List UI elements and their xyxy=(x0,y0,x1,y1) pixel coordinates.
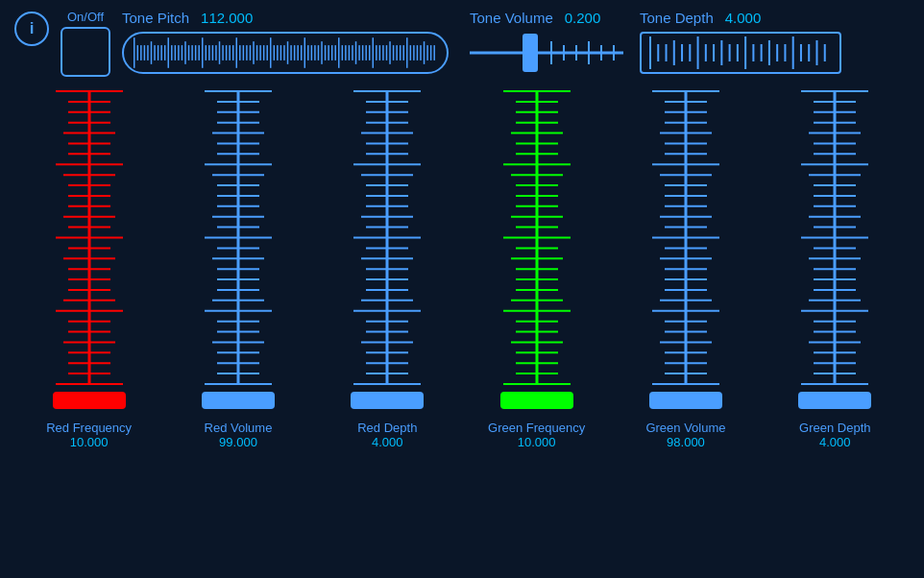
svg-rect-15 xyxy=(184,41,185,64)
green-frequency-svg xyxy=(494,86,580,413)
red-depth-slider[interactable] xyxy=(344,86,430,417)
svg-rect-104 xyxy=(689,44,691,61)
svg-rect-35 xyxy=(253,41,254,64)
svg-rect-44 xyxy=(283,45,284,60)
green-frequency-slider[interactable] xyxy=(494,86,580,417)
svg-rect-113 xyxy=(761,44,763,61)
svg-rect-8 xyxy=(160,45,161,60)
svg-rect-65 xyxy=(355,41,356,64)
svg-rect-111 xyxy=(744,36,746,69)
svg-rect-118 xyxy=(800,44,802,61)
red-frequency-svg xyxy=(46,86,133,413)
svg-rect-64 xyxy=(352,45,353,60)
svg-rect-102 xyxy=(673,40,675,65)
svg-rect-79 xyxy=(402,45,403,60)
green-depth-label: Green Depth xyxy=(799,421,870,435)
red-frequency-label: Red Frequency xyxy=(46,421,132,435)
svg-rect-32 xyxy=(243,45,244,60)
svg-rect-4 xyxy=(147,45,148,60)
red-volume-label: Red Volume xyxy=(205,421,273,435)
tone-depth-slider[interactable] xyxy=(640,32,841,74)
svg-rect-58 xyxy=(331,45,332,60)
svg-rect-42 xyxy=(277,45,278,60)
svg-rect-19 xyxy=(198,45,199,60)
svg-rect-107 xyxy=(713,44,715,61)
tone-volume-slider[interactable] xyxy=(470,32,623,74)
green-volume-svg xyxy=(643,86,729,413)
svg-rect-21 xyxy=(206,45,207,60)
on-off-button[interactable] xyxy=(61,27,110,77)
svg-rect-116 xyxy=(784,44,786,61)
tone-volume-label: Tone Volume xyxy=(470,10,553,26)
svg-rect-78 xyxy=(400,45,401,60)
svg-rect-30 xyxy=(236,37,237,68)
knob-column-red-frequency: Red Frequency 10.000 xyxy=(17,86,161,449)
svg-rect-184 xyxy=(202,392,275,409)
depth-ticks-svg xyxy=(649,34,832,72)
svg-rect-69 xyxy=(369,45,370,60)
knob-column-green-depth: Green Depth 4.000 xyxy=(763,86,907,449)
svg-rect-40 xyxy=(270,37,271,68)
svg-rect-51 xyxy=(307,45,308,60)
green-depth-value: 4.000 xyxy=(819,435,851,449)
svg-rect-120 xyxy=(815,40,817,65)
info-icon[interactable]: i xyxy=(14,12,49,46)
app-container: i On/Off Tone Pitch 112.000 Tone Volume … xyxy=(0,0,924,578)
svg-rect-6 xyxy=(154,45,155,60)
svg-rect-25 xyxy=(219,41,220,64)
green-volume-slider[interactable] xyxy=(643,86,729,417)
svg-rect-24 xyxy=(215,45,216,60)
svg-rect-63 xyxy=(349,45,350,60)
header: i On/Off Tone Pitch 112.000 Tone Volume … xyxy=(0,0,924,82)
svg-rect-53 xyxy=(314,45,315,60)
svg-rect-81 xyxy=(410,45,411,60)
red-volume-slider[interactable] xyxy=(195,86,281,417)
svg-rect-85 xyxy=(424,41,425,64)
svg-rect-66 xyxy=(358,45,359,60)
svg-rect-68 xyxy=(365,45,366,60)
svg-rect-55 xyxy=(321,41,322,64)
svg-rect-86 xyxy=(426,45,427,60)
red-frequency-slider[interactable] xyxy=(46,86,133,417)
svg-rect-28 xyxy=(229,45,230,60)
svg-rect-103 xyxy=(681,44,683,61)
svg-rect-5 xyxy=(151,41,152,64)
svg-rect-20 xyxy=(202,37,203,68)
red-frequency-value: 10.000 xyxy=(70,435,109,449)
svg-rect-62 xyxy=(345,45,346,60)
svg-rect-106 xyxy=(705,44,707,61)
on-off-label: On/Off xyxy=(67,10,104,24)
tone-pitch-slider[interactable] xyxy=(122,32,449,74)
svg-rect-22 xyxy=(208,45,209,60)
svg-rect-45 xyxy=(287,41,288,64)
svg-rect-121 xyxy=(824,44,826,61)
green-depth-svg xyxy=(791,86,878,413)
svg-rect-52 xyxy=(311,45,312,60)
svg-rect-41 xyxy=(274,45,275,60)
knob-column-green-volume: Green Volume 98.000 xyxy=(614,86,758,449)
svg-rect-31 xyxy=(239,45,240,60)
svg-rect-101 xyxy=(666,44,668,61)
svg-rect-14 xyxy=(182,45,182,60)
svg-rect-11 xyxy=(171,45,172,60)
svg-rect-36 xyxy=(256,45,257,60)
red-depth-value: 4.000 xyxy=(372,435,403,449)
svg-rect-67 xyxy=(362,45,363,60)
svg-rect-75 xyxy=(389,41,390,64)
green-frequency-label: Green Frequency xyxy=(488,421,585,435)
green-depth-slider[interactable] xyxy=(791,86,878,417)
svg-rect-117 xyxy=(792,36,794,69)
svg-rect-112 xyxy=(752,44,754,61)
svg-rect-1 xyxy=(137,45,138,60)
volume-slider-svg xyxy=(470,32,623,74)
svg-rect-109 xyxy=(729,44,731,61)
knob-column-red-depth: Red Depth 4.000 xyxy=(315,86,459,449)
svg-rect-277 xyxy=(649,392,722,409)
svg-rect-18 xyxy=(195,45,196,60)
svg-rect-39 xyxy=(266,45,267,60)
svg-rect-54 xyxy=(318,45,319,60)
tone-pitch-group: Tone Pitch 112.000 xyxy=(122,10,449,74)
svg-rect-29 xyxy=(232,45,233,60)
svg-rect-115 xyxy=(776,44,778,61)
svg-rect-23 xyxy=(212,45,213,60)
